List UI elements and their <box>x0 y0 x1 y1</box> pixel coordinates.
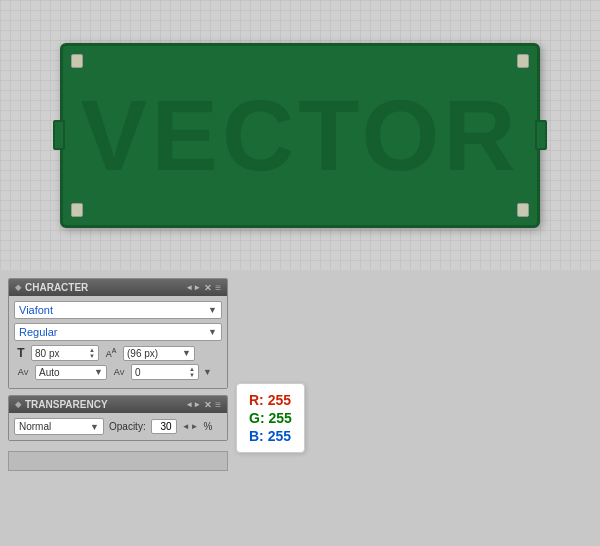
tracking-input[interactable]: 0 ▲ ▼ <box>131 364 199 380</box>
bottom-extra-panel <box>8 451 228 471</box>
rgb-display-box: R: 255 G: 255 B: 255 <box>236 383 305 453</box>
font-size-value: 80 px <box>35 348 88 359</box>
bolt-top-left <box>71 54 83 68</box>
canvas-area: VECTOR <box>0 0 600 270</box>
rgb-red-value: R: 255 <box>249 392 291 408</box>
tracking-dropdown-arrow-icon: ▼ <box>203 367 212 377</box>
panel-top-controls: ◄► ✕ ≡ <box>185 282 221 293</box>
font-size-icon: T <box>14 346 28 360</box>
opacity-label: Opacity: <box>109 421 146 432</box>
bolt-bottom-right <box>517 203 529 217</box>
font-size-down-arrow[interactable]: ▼ <box>89 353 95 359</box>
kerning-select[interactable]: Auto ▼ <box>35 365 107 380</box>
transparency-menu-icon[interactable]: ≡ <box>215 399 221 410</box>
panel-close-button[interactable]: ✕ <box>204 283 212 293</box>
collapse-icon[interactable]: ◆ <box>15 283 21 292</box>
blend-mode-select[interactable]: Normal ▼ <box>14 418 104 435</box>
leading-select[interactable]: (96 px) ▼ <box>123 346 195 361</box>
rgb-green-value: G: 255 <box>249 410 292 426</box>
character-panel-header[interactable]: ◆ CHARACTER ◄► ✕ ≡ <box>9 279 227 296</box>
blend-mode-value: Normal <box>19 421 51 432</box>
transparency-close-button[interactable]: ✕ <box>204 400 212 410</box>
opacity-unit: % <box>204 421 213 432</box>
transparency-panel-title: TRANSPARENCY <box>25 399 108 410</box>
blend-mode-arrow-icon: ▼ <box>90 422 99 432</box>
font-size-input[interactable]: 80 px ▲ ▼ <box>31 345 99 361</box>
transparency-panel-header[interactable]: ◆ TRANSPARENCY ◄► ✕ ≡ <box>9 396 227 413</box>
panel-arrows-icon[interactable]: ◄► <box>185 283 201 292</box>
transparency-panel-body: Normal ▼ Opacity: 30 ◄ ► % <box>9 413 227 440</box>
opacity-arrows[interactable]: ◄ ► <box>182 422 199 431</box>
leading-value: (96 px) <box>127 348 158 359</box>
leading-icon: AA <box>102 347 120 359</box>
kerning-tracking-row: AV Auto ▼ AV 0 ▲ ▼ ▼ <box>14 364 222 380</box>
kerning-arrow-icon: ▼ <box>94 367 103 377</box>
size-leading-row: T 80 px ▲ ▼ AA (96 px) ▼ <box>14 345 222 361</box>
font-family-arrow-icon: ▼ <box>208 305 217 315</box>
tracking-down-arrow[interactable]: ▼ <box>189 372 195 378</box>
opacity-left-arrow-icon[interactable]: ◄ <box>182 422 190 431</box>
tracking-arrows[interactable]: ▲ ▼ <box>189 366 195 378</box>
sign-container: VECTOR <box>60 43 540 228</box>
transparency-panel-controls: ◄► ✕ ≡ <box>185 399 221 410</box>
bolt-top-right <box>517 54 529 68</box>
font-style-value: Regular <box>19 326 58 338</box>
font-size-arrows[interactable]: ▲ ▼ <box>89 347 95 359</box>
font-style-row: Regular ▼ <box>14 323 222 341</box>
vector-sign: VECTOR <box>60 43 540 228</box>
transparency-panel: ◆ TRANSPARENCY ◄► ✕ ≡ Normal ▼ Opacity: … <box>8 395 228 441</box>
bolt-bottom-left <box>71 203 83 217</box>
transparency-header-left: ◆ TRANSPARENCY <box>15 399 108 410</box>
opacity-right-arrow-icon[interactable]: ► <box>191 422 199 431</box>
character-panel: ◆ CHARACTER ◄► ✕ ≡ Viafont ▼ <box>8 278 228 389</box>
tracking-value: 0 <box>135 367 188 378</box>
panel-menu-icon[interactable]: ≡ <box>215 282 221 293</box>
bottom-area: ◆ CHARACTER ◄► ✕ ≡ Viafont ▼ <box>0 270 600 546</box>
leading-arrow-icon: ▼ <box>182 348 191 358</box>
character-panel-body: Viafont ▼ Regular ▼ T 80 px <box>9 296 227 388</box>
kerning-value: Auto <box>39 367 60 378</box>
transparency-collapse-icon[interactable]: ◆ <box>15 400 21 409</box>
opacity-input[interactable]: 30 <box>151 419 177 434</box>
rgb-blue-value: B: 255 <box>249 428 291 444</box>
font-family-select[interactable]: Viafont ▼ <box>14 301 222 319</box>
tab-left <box>53 120 65 150</box>
font-family-row: Viafont ▼ <box>14 301 222 319</box>
tracking-icon: AV <box>110 367 128 377</box>
font-style-select[interactable]: Regular ▼ <box>14 323 222 341</box>
header-left: ◆ CHARACTER <box>15 282 88 293</box>
character-panel-title: CHARACTER <box>25 282 88 293</box>
panels-column: ◆ CHARACTER ◄► ✕ ≡ Viafont ▼ <box>8 278 228 471</box>
font-family-value: Viafont <box>19 304 53 316</box>
font-style-arrow-icon: ▼ <box>208 327 217 337</box>
sign-text: VECTOR <box>81 78 520 193</box>
tab-right <box>535 120 547 150</box>
transparency-arrows-icon[interactable]: ◄► <box>185 400 201 409</box>
kerning-icon: AV <box>14 367 32 377</box>
